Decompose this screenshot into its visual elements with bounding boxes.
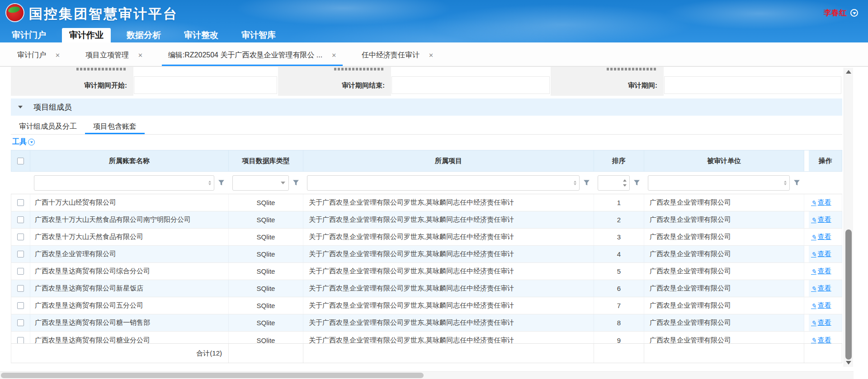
row-checkbox[interactable] xyxy=(17,285,24,292)
view-link[interactable]: ✎查看 xyxy=(811,336,831,344)
db-type-filter-select[interactable] xyxy=(233,176,288,190)
col-header-project[interactable]: 所属项目 xyxy=(303,150,594,171)
col-header-db-type[interactable]: 项目数据库类型 xyxy=(229,150,303,171)
filter-funnel-icon[interactable] xyxy=(292,179,299,186)
filter-funnel-icon[interactable] xyxy=(633,179,640,186)
table-row[interactable]: 广西十万大山经贸有限公司 SQlite 关于广西农垦企业管理有限公司罗世东,莫咏… xyxy=(11,194,842,211)
close-icon[interactable]: ✕ xyxy=(138,52,143,58)
clipped-form-label xyxy=(11,67,133,75)
nav-item-audit-rectify[interactable]: 审计整改 xyxy=(177,28,226,42)
close-icon[interactable]: ✕ xyxy=(429,52,434,58)
user-name[interactable]: 李春红 xyxy=(824,8,847,18)
table-row[interactable]: 广西农垦企业管理有限公司 SQlite 关于广西农垦企业管理有限公司罗世东,莫咏… xyxy=(11,246,842,263)
audit-period-start-field xyxy=(133,75,278,96)
user-menu[interactable]: 李春红 xyxy=(824,8,858,18)
expand-icon[interactable] xyxy=(574,181,576,185)
scroll-up-icon[interactable] xyxy=(846,70,851,74)
select-all-checkbox[interactable] xyxy=(17,158,24,164)
tab-project-account-sets[interactable]: 项目包含账套 xyxy=(85,117,145,134)
row-checkbox[interactable] xyxy=(17,234,24,240)
clipped-form-input[interactable] xyxy=(133,67,278,75)
project-members-section-header[interactable]: 项目组成员 xyxy=(11,98,842,116)
pencil-icon: ✎ xyxy=(811,199,816,206)
view-link[interactable]: ✎查看 xyxy=(811,198,831,207)
account-name-filter-input[interactable] xyxy=(34,176,214,190)
project-filter-input[interactable] xyxy=(307,176,579,190)
nav-item-audit-work[interactable]: 审计作业 xyxy=(62,28,111,42)
table-row[interactable]: 广西农垦垦达商贸有限公司糖一销售部 SQlite 关于广西农垦企业管理有限公司罗… xyxy=(11,314,842,332)
row-checkbox[interactable] xyxy=(17,319,24,326)
view-link[interactable]: ✎查看 xyxy=(811,250,831,258)
doc-tab-audit-portal[interactable]: 审计门户 ✕ xyxy=(11,51,66,66)
close-icon[interactable]: ✕ xyxy=(331,52,336,58)
order-filter-spinner xyxy=(598,175,630,191)
audit-period-start-label: 审计期间开始: xyxy=(11,75,133,96)
view-link[interactable]: ✎查看 xyxy=(811,267,831,276)
audit-period-start-input[interactable] xyxy=(134,76,277,94)
filter-funnel-icon[interactable] xyxy=(793,179,800,186)
nav-item-data-analysis[interactable]: 数据分析 xyxy=(119,28,168,42)
filter-cell-auditee xyxy=(644,172,804,194)
table-row[interactable]: 广西农垦十万大山天然食品有限公司 SQlite 关于广西农垦企业管理有限公司罗世… xyxy=(11,229,842,246)
user-chevron-down-icon[interactable] xyxy=(850,9,858,17)
horizontal-scrollbar[interactable] xyxy=(0,371,854,379)
doc-tab-label[interactable]: 编辑:RZ202504 关于广西农垦企业管理有限公 ... xyxy=(168,51,322,60)
tools-label[interactable]: 工具 xyxy=(12,137,27,147)
doc-tab-label[interactable]: 项目立项管理 xyxy=(85,51,129,60)
row-checkbox[interactable] xyxy=(17,251,24,257)
doc-tab-label[interactable]: 审计门户 xyxy=(17,51,46,60)
scroll-down-icon[interactable] xyxy=(846,361,851,365)
collapse-chevron-icon[interactable] xyxy=(18,106,23,108)
view-link[interactable]: ✎查看 xyxy=(811,284,831,293)
row-checkbox[interactable] xyxy=(17,199,24,206)
view-link[interactable]: ✎查看 xyxy=(811,233,831,241)
doc-tab-label[interactable]: 任中经济责任审计 xyxy=(362,51,420,60)
select-arrow-icon[interactable] xyxy=(281,182,285,184)
table-row[interactable]: 广西农垦十万大山天然食品有限公司南宁明阳分公司 SQlite 关于广西农垦企业管… xyxy=(11,211,842,229)
row-checkbox[interactable] xyxy=(17,302,24,309)
expand-icon[interactable] xyxy=(784,181,787,185)
tab-audit-team-division[interactable]: 审计组成员及分工 xyxy=(11,117,85,134)
expand-icon[interactable] xyxy=(208,181,211,185)
horizontal-scroll-thumb[interactable] xyxy=(1,373,424,378)
auditee-filter-input[interactable] xyxy=(648,176,789,190)
row-checkbox[interactable] xyxy=(17,337,24,344)
audit-period-label: 审计期间: xyxy=(551,75,664,96)
table-row[interactable]: 广西农垦垦达商贸有限公司五分公司 SQlite 关于广西农垦企业管理有限公司罗世… xyxy=(11,297,842,314)
clipped-form-input[interactable] xyxy=(391,67,551,75)
vertical-scrollbar[interactable] xyxy=(844,68,853,367)
main-nav: 审计门户 审计作业 数据分析 审计整改 审计智库 xyxy=(5,28,292,42)
view-link[interactable]: ✎查看 xyxy=(811,215,831,224)
member-sub-tabs: 审计组成员及分工 项目包含账套 xyxy=(11,117,842,135)
filter-funnel-icon[interactable] xyxy=(218,179,225,186)
close-icon[interactable]: ✕ xyxy=(55,52,60,58)
tools-dropdown[interactable]: 工具 xyxy=(12,137,35,147)
row-checkbox[interactable] xyxy=(17,268,24,275)
vertical-scroll-thumb[interactable] xyxy=(845,229,852,360)
col-header-account-name[interactable]: 所属账套名称 xyxy=(30,150,229,171)
nav-item-audit-portal[interactable]: 审计门户 xyxy=(5,28,53,42)
view-link[interactable]: ✎查看 xyxy=(811,318,831,327)
table-row[interactable]: 广西农垦垦达商贸有限公司糖业分公司 SQlite 关于广西农垦企业管理有限公司罗… xyxy=(11,332,842,343)
table-row[interactable]: 广西农垦垦达商贸有限公司新星饭店 SQlite 关于广西农垦企业管理有限公司罗世… xyxy=(11,280,842,297)
doc-tab-incumbency-audit[interactable]: 任中经济责任审计 ✕ xyxy=(355,51,440,66)
audit-period-input[interactable] xyxy=(664,76,841,94)
pencil-icon: ✎ xyxy=(811,234,816,241)
doc-tab-project-initiation[interactable]: 项目立项管理 ✕ xyxy=(79,51,149,66)
spinner-arrows-icon[interactable] xyxy=(623,179,627,187)
audit-period-end-input[interactable] xyxy=(392,76,550,94)
view-link[interactable]: ✎查看 xyxy=(811,301,831,310)
nav-item-audit-knowledge[interactable]: 审计智库 xyxy=(234,28,283,42)
pencil-icon: ✎ xyxy=(811,285,816,292)
section-title: 项目组成员 xyxy=(33,102,72,112)
doc-tab-edit-rz202504[interactable]: 编辑:RZ202504 关于广西农垦企业管理有限公 ... ✕ xyxy=(162,51,343,66)
row-checkbox[interactable] xyxy=(17,216,24,223)
account-sets-table: 所属账套名称 项目数据库类型 所属项目 排序 被审计单位 操作 xyxy=(11,150,842,363)
select-all-cell xyxy=(11,150,30,171)
col-header-auditee[interactable]: 被审计单位 xyxy=(644,150,804,171)
col-header-order[interactable]: 排序 xyxy=(594,150,644,171)
filter-funnel-icon[interactable] xyxy=(583,179,590,186)
table-row[interactable]: 广西农垦垦达商贸有限公司综合分公司 SQlite 关于广西农垦企业管理有限公司罗… xyxy=(11,263,842,280)
clipped-form-input[interactable] xyxy=(664,67,842,75)
tools-chevron-down-icon[interactable] xyxy=(28,139,35,145)
